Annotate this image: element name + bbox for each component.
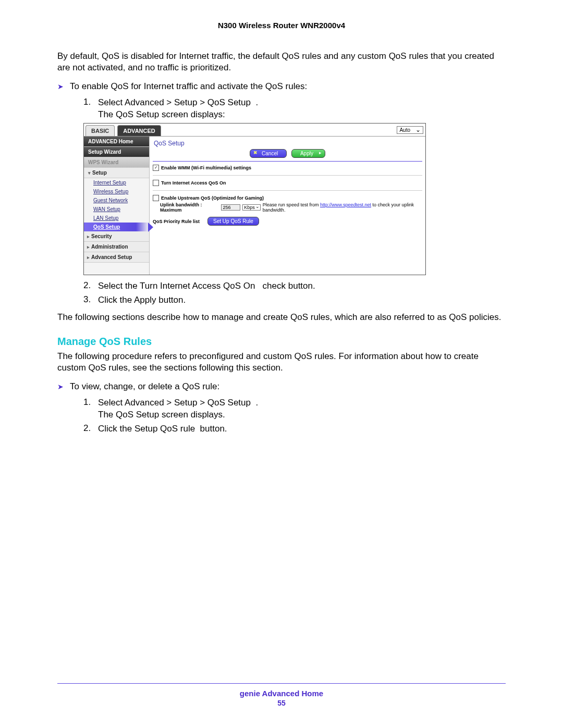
step-number: 2.: [83, 423, 98, 434]
sidebar-item-setup-wizard[interactable]: Setup Wizard: [84, 147, 149, 157]
step-text: Click the Setup QoS rule button.: [98, 423, 227, 435]
sidebar-item-advanced-home[interactable]: ADVANCED Home: [84, 137, 149, 147]
step-text: The QoS Setup screen displays:: [98, 109, 258, 121]
speed-hint: Please run speed test from http://www.sp…: [263, 202, 422, 213]
section-heading-manage-qos: Manage QoS Rules: [57, 336, 506, 348]
uplink-value-input[interactable]: 256: [221, 204, 240, 211]
sidebar: ADVANCED Home Setup Wizard WPS Wizard ▾S…: [84, 137, 150, 275]
setup-qos-rule-button[interactable]: Set Up QoS Rule: [207, 217, 259, 226]
turn-internet-qos-checkbox[interactable]: [153, 180, 159, 186]
cancel-button[interactable]: Cancel: [250, 149, 287, 158]
footer-page-number: 55: [57, 699, 506, 707]
step-text: Select the Turn Internet Access QoS On c…: [98, 280, 315, 292]
step-number: 2.: [83, 280, 98, 291]
chevron-right-icon: ➤: [57, 382, 64, 391]
sidebar-item-guest-network[interactable]: Guest Network: [84, 196, 149, 205]
uplink-label: Uplink bandwidth : Maximum: [160, 202, 219, 213]
footer-section-label: genie Advanced Home: [57, 689, 506, 698]
speedtest-link[interactable]: http://www.speedtest.net: [320, 202, 371, 207]
page-title: QoS Setup: [154, 140, 422, 147]
rule-list-label: QoS Priority Rule list: [153, 219, 200, 224]
triangle-right-icon: ▸: [87, 234, 90, 239]
tab-basic[interactable]: BASIC: [85, 125, 115, 136]
sidebar-section-security[interactable]: ▸Security: [84, 231, 149, 242]
sidebar-item-wan-setup[interactable]: WAN Setup: [84, 205, 149, 214]
sidebar-item-lan-setup[interactable]: LAN Setup: [84, 214, 149, 223]
after-enable-paragraph: The following sections describe how to m…: [57, 312, 506, 323]
triangle-right-icon: ▸: [87, 244, 90, 250]
view-lead: To view, change, or delete a QoS rule:: [70, 381, 219, 393]
triangle-right-icon: ▸: [87, 255, 90, 260]
uplink-unit-select[interactable]: Kbps: [242, 204, 261, 211]
router-ui-screenshot: BASIC ADVANCED Auto ADVANCED Home Setup …: [83, 123, 426, 275]
content-pane: QoS Setup Cancel Apply Enable WMM (Wi-Fi…: [150, 137, 425, 275]
apply-button[interactable]: Apply: [291, 149, 325, 158]
triangle-down-icon: ▾: [88, 170, 91, 176]
enable-lead: To enable QoS for Internet traffic and a…: [70, 81, 307, 93]
step-text: Select Advanced > Setup > QoS Setup .: [98, 397, 258, 409]
step-text: Select Advanced > Setup > QoS Setup .: [98, 97, 258, 109]
sidebar-item-wps-wizard[interactable]: WPS Wizard: [84, 157, 149, 168]
enable-wmm-checkbox[interactable]: [153, 165, 159, 171]
step-number: 1.: [83, 97, 98, 107]
language-select[interactable]: Auto: [397, 126, 423, 134]
sidebar-section-setup[interactable]: ▾Setup: [84, 168, 149, 178]
intro-paragraph: By default, QoS is disabled for Internet…: [57, 51, 506, 73]
enable-upstream-checkbox[interactable]: [153, 195, 159, 201]
manage-intro-paragraph: The following procedure refers to precon…: [57, 351, 506, 374]
enable-wmm-label: Enable WMM (Wi-Fi multimedia) settings: [161, 165, 251, 170]
sidebar-item-qos-setup[interactable]: QoS Setup: [84, 223, 149, 231]
enable-upstream-label: Enable Upstream QoS (Optimized for Gamin…: [161, 195, 264, 201]
sidebar-section-administration[interactable]: ▸Administration: [84, 242, 149, 252]
document-title: N300 Wireless Router WNR2000v4: [57, 21, 506, 30]
sidebar-item-wireless-setup[interactable]: Wireless Setup: [84, 187, 149, 196]
step-number: 1.: [83, 397, 98, 408]
step-text: Click the Apply button.: [98, 294, 186, 306]
sidebar-section-advanced-setup[interactable]: ▸Advanced Setup: [84, 252, 149, 263]
step-number: 3.: [83, 294, 98, 305]
sidebar-item-internet-setup[interactable]: Internet Setup: [84, 178, 149, 187]
chevron-right-icon: ➤: [57, 82, 64, 91]
tab-advanced[interactable]: ADVANCED: [117, 125, 161, 136]
turn-internet-qos-label: Turn Internet Access QoS On: [161, 180, 226, 186]
step-text: The QoS Setup screen displays.: [98, 409, 258, 421]
